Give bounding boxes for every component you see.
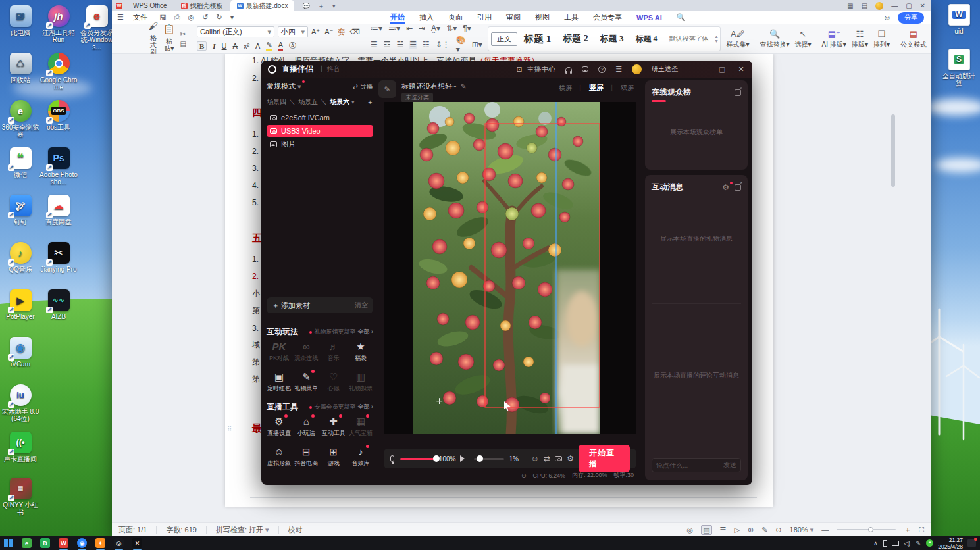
desktop-icon-calc-sheet[interactable]: S全自动版计算 <box>940 49 978 87</box>
speaker-volume-slider[interactable] <box>474 458 504 460</box>
zoom-slider[interactable] <box>837 529 896 530</box>
menu-reference[interactable]: 引用 <box>471 12 498 22</box>
save-icon[interactable]: 🖫 <box>159 14 167 22</box>
zoom-level[interactable]: 180% ▾ <box>790 526 814 534</box>
search-icon[interactable]: 🔍 <box>670 13 692 22</box>
desktop-icon-obs-tool[interactable]: OBS↗obs工具 <box>39 100 78 131</box>
para-mark-icon[interactable]: ¶▾ <box>463 24 471 33</box>
start-button[interactable] <box>4 539 13 548</box>
desktop-icon-ivcam[interactable]: ◉↗iVCam <box>1 337 39 368</box>
menu-insert[interactable]: 插入 <box>413 12 440 22</box>
headset-support-icon[interactable] <box>565 67 572 72</box>
pinyin-icon[interactable]: A̤ <box>255 42 260 50</box>
arrange-button[interactable]: ❏排列▾ <box>873 30 890 48</box>
paste-button[interactable]: 📋粘贴▾ <box>163 26 174 52</box>
taskbar-jianying-icon[interactable]: ✕ <box>132 538 142 548</box>
edit-mode-icon[interactable]: ✎ <box>761 526 767 534</box>
mirror-flip-icon[interactable]: ⇄ <box>544 454 550 463</box>
account-avatar[interactable] <box>875 2 883 10</box>
help-icon[interactable]: ? <box>598 66 606 73</box>
menu-view[interactable]: 视图 <box>529 12 556 22</box>
tool-live-settings[interactable]: ⚙直播设置 <box>267 414 292 438</box>
style-heading3[interactable]: 标题 3 <box>595 32 629 46</box>
tool-interact-tools[interactable]: ✚互动工具 <box>321 414 346 438</box>
battery-icon[interactable] <box>883 540 887 547</box>
bold-icon[interactable]: B <box>197 41 207 51</box>
sort-icon[interactable]: ⇅▾ <box>446 24 457 33</box>
select-button[interactable]: ↖选择▾ <box>795 30 812 48</box>
zoom-in-icon[interactable]: ＋ <box>904 525 911 535</box>
zoom-slider-knob[interactable] <box>868 527 873 532</box>
style-heading2[interactable]: 标题 2 <box>557 32 594 46</box>
desktop-icon-chrome[interactable]: ↗Google Chrome <box>39 53 78 91</box>
align-left-icon[interactable]: ☰ <box>371 40 378 49</box>
preview-canvas[interactable]: ✛ <box>384 102 636 434</box>
desktop-icon-qinyy[interactable]: ▦↗QINYY 小红书 <box>1 478 39 516</box>
clear-format-icon[interactable]: ⌫ <box>349 28 360 36</box>
justify-icon[interactable]: ☰ <box>409 40 417 49</box>
desktop-icon-hongjie[interactable]: iu↗宏杰助手 8.0(64位) <box>1 384 39 422</box>
border-icon[interactable]: ⊞▾ <box>472 40 482 49</box>
desktop-icon-wechat[interactable]: ❝↗微信 <box>1 147 39 178</box>
add-scene-icon[interactable]: ＋ <box>367 97 373 107</box>
tool-douyin-ecommerce[interactable]: ⊟抖音电商 <box>294 445 319 468</box>
format-painter-button[interactable]: 🖌格式刷 <box>149 22 158 56</box>
wps-minimize-icon[interactable]: — <box>891 2 898 9</box>
main-menu-icon[interactable]: ☰ <box>615 65 622 74</box>
zoom-out-icon[interactable]: — <box>821 526 829 534</box>
read-mode-icon[interactable]: ◎ <box>687 526 694 534</box>
notification-icon[interactable] <box>967 539 976 547</box>
align-right-icon[interactable]: ☱ <box>396 40 403 49</box>
tool-games[interactable]: ⊞游戏 <box>321 445 346 468</box>
hamburger-icon[interactable]: ☰ <box>112 13 126 22</box>
display-icon[interactable] <box>892 541 899 546</box>
play-pk-battle[interactable]: PKPK对战 <box>267 339 292 362</box>
mic-volume-slider[interactable] <box>400 458 434 460</box>
tool-mini-play[interactable]: ⌂小玩法 <box>294 414 319 438</box>
edit-title-button[interactable]: ✎ <box>378 80 396 98</box>
official-doc-mode-button[interactable]: ▤公文模式 <box>900 30 927 48</box>
play-wish[interactable]: ♡心愿 <box>321 370 346 393</box>
stream-settings-icon[interactable]: ⚙ <box>567 454 574 463</box>
start-live-button[interactable]: 开始直播 <box>579 445 630 472</box>
copy-icon[interactable]: ▤ <box>180 40 186 47</box>
play-music[interactable]: ♬音乐 <box>321 339 346 362</box>
shading-icon[interactable]: 🎨▾ <box>456 36 466 54</box>
play-timed-redpacket[interactable]: ▣定时红包 <box>267 370 292 393</box>
highlight-icon[interactable]: ✎ <box>266 41 272 51</box>
clear-button[interactable]: 清空 <box>355 301 368 310</box>
style-default-font[interactable]: 默认段落字体 <box>663 33 713 45</box>
web-layout-icon[interactable]: ⊕ <box>748 526 754 534</box>
popout-icon[interactable] <box>735 89 741 96</box>
tool-popularity-box[interactable]: ▦人气宝箱 <box>348 414 373 438</box>
layout-portrait[interactable]: 竖屏 <box>589 83 604 93</box>
bullet-list-icon[interactable]: ≔▾ <box>371 24 382 33</box>
live-close-icon[interactable]: ✕ <box>736 65 746 74</box>
ime-pen-icon[interactable]: ✎ <box>915 540 921 547</box>
line-spacing-icon[interactable]: ⇕⋮ <box>436 40 450 49</box>
superscript-icon[interactable]: x² <box>244 42 249 50</box>
text-direction-icon[interactable]: A̰▾ <box>431 24 440 33</box>
tool-sound-library[interactable]: ♪音效库 <box>348 445 373 468</box>
desktop-icon-jianying[interactable]: ✂↗Jianying Pro <box>39 242 78 273</box>
desktop-icon-uid-doc[interactable]: Wuid <box>940 4 978 35</box>
play-audience-link[interactable]: ∞观众连线 <box>294 339 319 362</box>
outline-view-icon[interactable]: ☰ <box>720 526 727 534</box>
wps-maximize-icon[interactable]: ▢ <box>906 2 912 9</box>
redo-icon[interactable]: ↻ <box>217 13 222 22</box>
play-gift-menu[interactable]: ✎礼物菜单 <box>294 370 319 393</box>
typeset-button[interactable]: ☷排版▾ <box>852 30 868 48</box>
print-icon[interactable]: ⎙ <box>174 13 180 22</box>
find-replace-button[interactable]: 🔍查找替换▾ <box>760 30 789 48</box>
tools-notice[interactable]: 专属会员更新至全部 › <box>309 403 373 411</box>
tray-expand-icon[interactable]: ∧ <box>872 540 879 547</box>
ai-typeset-button[interactable]: ▤⁺AI 排版▾ <box>822 30 846 48</box>
indent-icon[interactable]: ⇥ <box>419 24 425 33</box>
layout-dual[interactable]: 双屏 <box>621 84 634 93</box>
font-color-icon[interactable]: A <box>278 41 283 51</box>
layout-landscape[interactable]: 横屏 <box>559 84 572 93</box>
taskbar-live-companion-icon[interactable]: ◉ <box>77 538 87 548</box>
new-tab-icon[interactable]: ＋ <box>318 1 324 11</box>
microphone-icon[interactable] <box>390 455 394 462</box>
scene-tab-5[interactable]: 场景五 <box>298 97 318 107</box>
